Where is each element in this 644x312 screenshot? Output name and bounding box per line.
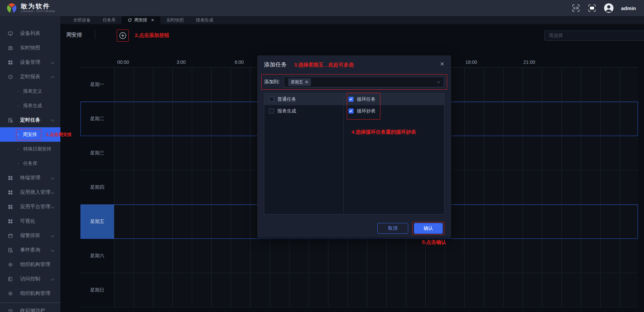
brand: 敢为软件 GANWEI SOFTWARE: [6, 2, 56, 14]
monitor-icon: [8, 31, 13, 36]
task-list-row[interactable]: 报表生成: [264, 105, 343, 117]
sidebar-item[interactable]: 定时报表: [0, 70, 60, 84]
refresh-icon[interactable]: [128, 18, 132, 22]
sidebar-item-label: 设备列表: [20, 30, 40, 37]
sidebar-item[interactable]: 定时任务: [0, 113, 60, 127]
day-label[interactable]: 星期一: [80, 68, 114, 101]
tab-label: 周安排: [134, 17, 147, 23]
sidebar-item-label: 实时快照: [20, 45, 40, 51]
day-label[interactable]: 星期二: [80, 102, 114, 136]
sidebar-item[interactable]: 报警排班: [0, 228, 60, 243]
annotation-step5: 5.点击确认: [422, 239, 446, 246]
sidebar-subitem[interactable]: ·报表生成: [0, 98, 60, 113]
sidebar-item-label: 定时任务: [20, 117, 40, 123]
close-icon[interactable]: ✕: [440, 61, 444, 67]
sidebar-item[interactable]: 应用接入管理: [0, 185, 60, 199]
sidebar-item-label: 报警排班: [20, 232, 40, 239]
confirm-button[interactable]: 确认: [414, 223, 443, 234]
day-label[interactable]: 星期三: [80, 136, 114, 170]
chevron-down-icon: [51, 234, 54, 237]
bullet-icon: ·: [17, 103, 19, 108]
fullscreen-button[interactable]: 全屏: [572, 4, 580, 12]
day-label[interactable]: 星期日: [80, 273, 114, 307]
tab-item[interactable]: 实时快照: [160, 16, 190, 24]
modal-title: 添加任务: [264, 61, 287, 69]
tag-label: 星期五: [291, 79, 303, 85]
gear-icon: [8, 291, 13, 296]
day-multiselect[interactable]: 星期五 ⊗: [284, 77, 444, 87]
checkbox-checked-icon[interactable]: [348, 97, 354, 102]
close-tab-icon[interactable]: ✕: [151, 18, 154, 23]
tab-item[interactable]: 周安排✕: [122, 16, 160, 24]
chevron-up-icon: [51, 120, 54, 123]
task-item-list: 循环任务循环抄表: [343, 93, 444, 214]
chevron-down-icon: [51, 277, 54, 281]
sidebar-item[interactable]: 组织机构管理: [0, 286, 60, 301]
sidebar-item[interactable]: 设备管理: [0, 55, 60, 70]
sidebar-subitem[interactable]: ·特殊日期安排: [0, 142, 60, 156]
username[interactable]: admin: [621, 5, 636, 11]
tag-remove-icon[interactable]: ⊗: [305, 80, 308, 84]
top-bar: 敢为软件 GANWEI SOFTWARE 全屏 adm: [0, 0, 644, 16]
annotation-step3: 3.选择星期五，此处可多选: [294, 62, 354, 68]
schedule-track[interactable]: [114, 239, 638, 273]
task-type-select[interactable]: 请选择: [544, 31, 644, 41]
sidebar-subitem[interactable]: ·报表定义: [0, 84, 60, 98]
annotation-step4: 4.选择循环任务重的循环抄表: [352, 129, 416, 135]
toolbar: 周安排 2.点击添加按钮 任务类型 请选择: [60, 24, 644, 46]
brand-name: 敢为软件: [21, 3, 56, 10]
sidebar-item[interactable]: 组织机构管理: [0, 257, 60, 272]
tab-item[interactable]: 报表生成: [190, 16, 219, 24]
sidebar-subitem-label: 任务库: [23, 161, 37, 167]
task-clock-icon: [8, 118, 13, 123]
sidebar-subitem[interactable]: ·周安排1.点击周安排: [0, 127, 60, 142]
selected-day-tag[interactable]: 星期五 ⊗: [288, 78, 311, 86]
sidebar-item[interactable]: 访问控制: [0, 272, 60, 286]
user-avatar[interactable]: [604, 3, 614, 13]
tab-bar: 全部设备任务库周安排✕实时快照报表生成: [60, 16, 644, 24]
grid-icon: [8, 176, 13, 180]
tab-label: 实时快照: [166, 17, 184, 23]
grid-icon: [8, 190, 13, 195]
sidebar-item[interactable]: 应用平台管理: [0, 199, 60, 214]
task-type-label: 任务类型 请选择: [598, 33, 617, 39]
sidebar-subitem-label: 周安排: [23, 132, 37, 138]
tab-item[interactable]: 全部设备: [67, 16, 97, 24]
sidebar-subitem-label: 报表生成: [23, 103, 42, 109]
cancel-button[interactable]: 取消: [377, 223, 408, 234]
checkbox-icon[interactable]: [269, 108, 274, 114]
sidebar-item-label: 组织机构管理: [20, 261, 50, 268]
sidebar-item[interactable]: 终端管理: [0, 171, 60, 185]
gear-icon: [8, 262, 13, 267]
day-row[interactable]: 星期六: [80, 239, 638, 273]
calendar-icon: [8, 233, 13, 238]
add-to-label: 添加到:: [264, 79, 280, 85]
screen-capture-button[interactable]: [588, 4, 596, 12]
brand-subtitle: GANWEI SOFTWARE: [21, 10, 56, 13]
sidebar-item[interactable]: 收起侧边栏: [0, 304, 60, 312]
task-list-label: 循环抄表: [357, 108, 376, 114]
sidebar-item[interactable]: 事件查询: [0, 243, 60, 257]
toolbar-divider: [95, 30, 95, 39]
task-list-row[interactable]: 普通任务: [264, 93, 343, 105]
task-category-list: 普通任务报表生成: [264, 93, 343, 214]
task-list-row[interactable]: 循环抄表: [344, 105, 444, 117]
tab-item[interactable]: 任务库: [97, 16, 122, 24]
bullet-icon: ·: [17, 147, 19, 151]
sidebar-item-label: 可视化: [20, 218, 35, 224]
add-task-button[interactable]: [117, 30, 129, 42]
schedule-track[interactable]: [114, 273, 638, 307]
day-label[interactable]: 星期六: [80, 239, 114, 273]
checkbox-checked-icon[interactable]: [348, 108, 354, 114]
task-list-row[interactable]: 循环任务: [344, 93, 444, 105]
sidebar-subitem[interactable]: ·任务库: [0, 156, 60, 171]
sidebar-item[interactable]: 可视化: [0, 214, 60, 228]
day-label[interactable]: 星期五: [80, 205, 114, 238]
day-label[interactable]: 星期四: [80, 170, 114, 204]
checkbox-icon[interactable]: [269, 97, 274, 102]
sidebar-item[interactable]: 实时快照: [0, 41, 60, 55]
day-row[interactable]: 星期日: [80, 273, 638, 307]
collapse-icon: [8, 309, 13, 312]
doc-search-icon: [8, 248, 13, 253]
sidebar-item[interactable]: 设备列表: [0, 26, 60, 41]
